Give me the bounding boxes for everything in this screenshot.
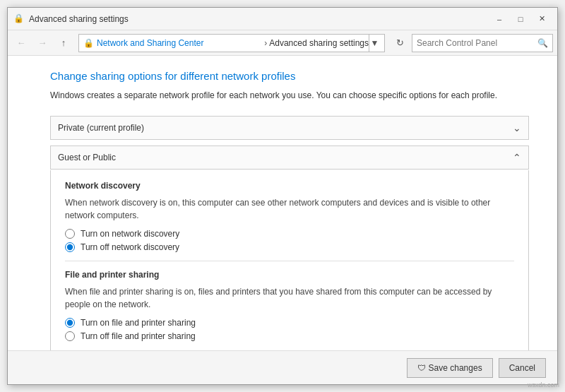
address-separator: › — [264, 38, 267, 48]
fps-off-option[interactable]: Turn off file and printer sharing — [65, 331, 514, 341]
section-guest-public-toggle: ⌃ — [513, 152, 521, 163]
toolbar: ← → ↑ 🔒 Network and Sharing Center › Adv… — [8, 30, 557, 56]
nd-off-label: Turn off network discovery — [81, 242, 179, 252]
cancel-button[interactable]: Cancel — [499, 358, 546, 378]
fps-on-radio[interactable] — [65, 318, 75, 328]
network-discovery-desc: When network discovery is on, this compu… — [65, 196, 514, 222]
forward-button[interactable]: → — [33, 34, 52, 52]
nd-on-option[interactable]: Turn on network discovery — [65, 229, 514, 239]
section-private-toggle: ⌄ — [513, 122, 521, 133]
save-changes-button[interactable]: 🛡 Save changes — [407, 358, 493, 378]
maximize-button[interactable]: □ — [511, 11, 530, 27]
network-discovery-title: Network discovery — [65, 181, 514, 191]
file-printer-title: File and printer sharing — [65, 270, 514, 280]
address-dropdown-button[interactable]: ▼ — [369, 35, 380, 52]
window-icon: 🔒 — [13, 13, 25, 25]
fps-on-option[interactable]: Turn on file and printer sharing — [65, 318, 514, 328]
section-guest-public[interactable]: Guest or Public ⌃ — [50, 145, 529, 170]
nd-off-radio[interactable] — [65, 242, 75, 252]
section-guest-public-content: Network discovery When network discovery… — [50, 170, 529, 350]
back-button[interactable]: ← — [12, 34, 30, 52]
address-icon: 🔒 — [83, 38, 94, 48]
footer: 🛡 Save changes Cancel — [8, 350, 557, 384]
address-path1: Network and Sharing Center — [97, 38, 262, 48]
up-button[interactable]: ↑ — [54, 34, 73, 52]
main-window: 🔒 Advanced sharing settings – □ ✕ ← → ↑ … — [7, 7, 558, 385]
refresh-button[interactable]: ↻ — [391, 34, 409, 52]
minimize-button[interactable]: – — [489, 11, 509, 27]
divider-1 — [65, 261, 514, 261]
section-private-label: Private (current profile) — [58, 123, 144, 133]
title-bar-controls: – □ ✕ — [489, 11, 552, 27]
page-title: Change sharing options for different net… — [50, 70, 529, 82]
save-label: Save changes — [429, 363, 482, 373]
search-bar: 🔍 — [412, 34, 553, 52]
address-path2: Advanced sharing settings — [269, 38, 369, 48]
title-bar-left: 🔒 Advanced sharing settings — [13, 13, 129, 25]
nd-off-option[interactable]: Turn off network discovery — [65, 242, 514, 252]
watermark: wsxdn.com — [528, 381, 559, 388]
search-icon: 🔍 — [537, 38, 548, 48]
search-input[interactable] — [417, 38, 537, 48]
file-printer-desc: When file and printer sharing is on, fil… — [65, 285, 514, 311]
window-title: Advanced sharing settings — [29, 14, 129, 24]
section-guest-public-label: Guest or Public — [58, 153, 116, 162]
nd-on-label: Turn on network discovery — [81, 229, 179, 239]
content-area: Change sharing options for different net… — [8, 56, 557, 350]
fps-on-label: Turn on file and printer sharing — [81, 318, 196, 328]
close-button[interactable]: ✕ — [532, 11, 552, 27]
title-bar: 🔒 Advanced sharing settings – □ ✕ — [8, 8, 557, 30]
fps-off-label: Turn off file and printer sharing — [81, 331, 196, 341]
page-subtitle: Windows creates a separate network profi… — [50, 89, 529, 102]
address-bar: 🔒 Network and Sharing Center › Advanced … — [78, 34, 385, 52]
save-icon: 🛡 — [417, 363, 426, 373]
fps-off-radio[interactable] — [65, 331, 75, 341]
nd-on-radio[interactable] — [65, 229, 75, 239]
section-private[interactable]: Private (current profile) ⌄ — [50, 116, 529, 140]
